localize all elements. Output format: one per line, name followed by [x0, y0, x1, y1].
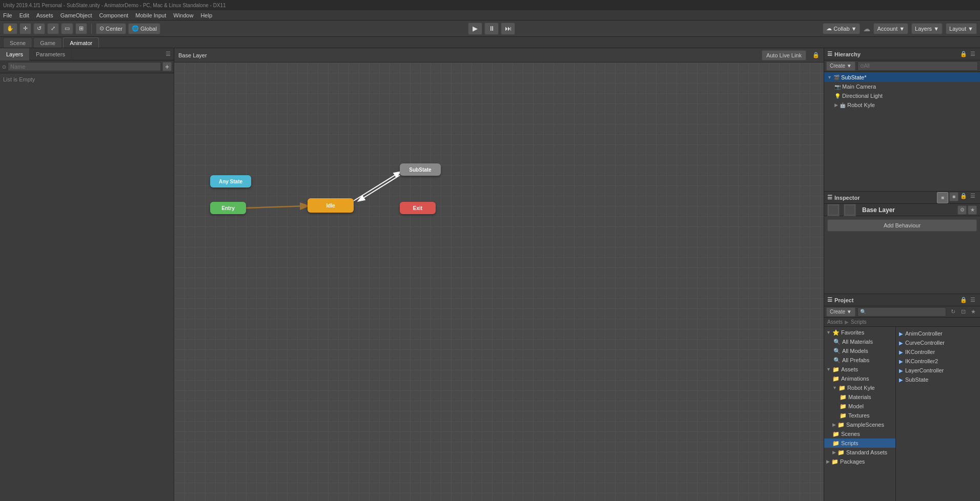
- menu-component[interactable]: Component: [99, 12, 128, 18]
- hierarchy-item-directional-light[interactable]: 💡 Directional Light: [824, 91, 980, 100]
- file-ik-controller[interactable]: ▶ IKController: [898, 347, 978, 357]
- graph-canvas[interactable]: Any State Entry Idle SubState Exit: [174, 62, 824, 501]
- project-menu-btn[interactable]: ☰: [969, 296, 977, 304]
- project-filter-icon[interactable]: ⊡: [958, 307, 968, 317]
- graph-arrows: [174, 62, 824, 501]
- pause-btn[interactable]: ⏸: [484, 23, 499, 35]
- tree-scripts[interactable]: 📁 Scripts: [824, 439, 895, 448]
- settings-icon[interactable]: ☰: [162, 51, 174, 57]
- menu-file[interactable]: File: [3, 12, 12, 18]
- node-substate[interactable]: SubState: [400, 163, 441, 176]
- file-layer-controller[interactable]: ▶ LayerController: [898, 366, 978, 375]
- project-panel-header: ☰ Project 🔒 ☰: [824, 294, 980, 306]
- playback-controls: ▶ ⏸ ⏭: [162, 23, 821, 35]
- tree-all-models[interactable]: 🔍 All Models: [824, 346, 895, 356]
- hierarchy-menu-btn[interactable]: ☰: [969, 50, 977, 58]
- global-btn[interactable]: 🌐 Global: [128, 23, 160, 34]
- hierarchy-search-input[interactable]: [858, 61, 978, 71]
- layers-chevron-icon: ▼: [933, 26, 939, 32]
- robot-icon: 🤖: [840, 102, 846, 108]
- center-btn[interactable]: ⊙ Center: [96, 23, 126, 34]
- inspector-layer-name: Base Layer: [862, 206, 895, 214]
- inspector-preview-btn-1[interactable]: ■: [937, 192, 948, 203]
- svg-line-2: [359, 175, 400, 201]
- layer-preview: [827, 204, 840, 216]
- layers-dropdown[interactable]: Layers ▼: [911, 23, 943, 34]
- hand-tool-btn[interactable]: ✋: [3, 23, 17, 34]
- packages-folder-icon: 📁: [831, 458, 839, 465]
- hierarchy-item-main-camera[interactable]: 📷 Main Camera: [824, 82, 980, 91]
- menu-gameobject[interactable]: GameObject: [60, 12, 92, 18]
- svg-line-0: [246, 206, 308, 208]
- hierarchy-item-substate[interactable]: ▼ 🎬 SubState*: [824, 73, 980, 82]
- transform-tool-btn[interactable]: ⊞: [75, 23, 87, 34]
- node-any-state[interactable]: Any State: [210, 175, 251, 187]
- move-tool-btn[interactable]: ✛: [19, 23, 31, 34]
- layer-preview-inner: [829, 205, 838, 215]
- main-layout: Layers Parameters ☰ ⊙ + List is Empty Ba…: [0, 48, 980, 501]
- project-refresh-icon[interactable]: ↻: [948, 307, 957, 317]
- rect-tool-btn[interactable]: ▭: [61, 23, 73, 34]
- menu-window[interactable]: Window: [173, 12, 193, 18]
- tree-animations[interactable]: 📁 Animations: [824, 374, 895, 383]
- tree-favorites[interactable]: ▼ ⭐ Favorites: [824, 328, 895, 337]
- tab-scene[interactable]: Scene: [3, 37, 32, 48]
- hierarchy-item-robot-kyle[interactable]: ▶ 🤖 Robot Kyle: [824, 100, 980, 110]
- project-create-btn[interactable]: Create ▼: [826, 307, 855, 317]
- project-lock-btn[interactable]: 🔒: [959, 296, 968, 304]
- menu-assets[interactable]: Assets: [36, 12, 53, 18]
- add-behaviour-btn[interactable]: Add Behaviour: [827, 219, 977, 232]
- breadcrumb[interactable]: Base Layer: [178, 52, 207, 58]
- inspector-lock-btn[interactable]: 🔒: [959, 192, 968, 200]
- tab-animator[interactable]: Animator: [63, 37, 99, 48]
- tree-scenes[interactable]: 📁 Scenes: [824, 429, 895, 439]
- tree-packages[interactable]: ▶ 📁 Packages: [824, 457, 895, 466]
- tree-assets[interactable]: ▼ 📁 Assets: [824, 365, 895, 374]
- file-substate[interactable]: ▶ SubState: [898, 375, 978, 384]
- tree-robot-kyle[interactable]: ▼ 📁 Robot Kyle: [824, 383, 895, 392]
- step-btn[interactable]: ⏭: [501, 23, 515, 35]
- node-idle[interactable]: Idle: [308, 198, 354, 213]
- inspector-menu-btn[interactable]: ☰: [969, 192, 977, 200]
- all-materials-icon: 🔍: [833, 339, 841, 345]
- layers-search-input[interactable]: [8, 62, 161, 71]
- parameters-tab[interactable]: Parameters: [30, 48, 72, 60]
- layers-tab[interactable]: Layers: [0, 48, 30, 60]
- layout-dropdown[interactable]: Layout ▼: [946, 23, 977, 34]
- file-anim-controller[interactable]: ▶ AnimController: [898, 329, 978, 338]
- tree-standard-assets[interactable]: ▶ 📁 Standard Assets: [824, 448, 895, 457]
- inspector-star-icon[interactable]: ★: [968, 205, 977, 215]
- menu-help[interactable]: Help: [200, 12, 212, 18]
- toolbar: ✋ ✛ ↺ ⤢ ▭ ⊞ ⊙ Center 🌐 Global ▶ ⏸ ⏭ ☁ Co…: [0, 20, 980, 37]
- node-entry[interactable]: Entry: [210, 202, 246, 214]
- play-btn[interactable]: ▶: [468, 23, 482, 35]
- hierarchy-create-btn[interactable]: Create ▼: [826, 61, 855, 71]
- tab-game[interactable]: Game: [33, 37, 62, 48]
- collab-btn[interactable]: ☁ Collab ▼: [823, 23, 860, 34]
- scale-tool-btn[interactable]: ⤢: [47, 23, 59, 34]
- hierarchy-lock-btn[interactable]: 🔒: [959, 50, 968, 58]
- tree-model[interactable]: 📁 Model: [824, 402, 895, 411]
- tree-textures[interactable]: 📁 Textures: [824, 411, 895, 420]
- rotate-tool-btn[interactable]: ↺: [33, 23, 45, 34]
- path-separator: ▶: [845, 319, 849, 325]
- project-files: ▶ AnimController ▶ CurveController ▶ IKC…: [896, 327, 980, 501]
- tree-sample-scenes[interactable]: ▶ 📁 SampleScenes: [824, 420, 895, 429]
- menu-edit[interactable]: Edit: [19, 12, 29, 18]
- file-curve-controller[interactable]: ▶ CurveController: [898, 338, 978, 347]
- tree-all-prefabs[interactable]: 🔍 All Prefabs: [824, 356, 895, 365]
- account-dropdown[interactable]: Account ▼: [873, 23, 908, 34]
- inspector-settings-icon[interactable]: ⚙: [957, 205, 967, 215]
- tree-materials[interactable]: 📁 Materials: [824, 392, 895, 402]
- project-search-input[interactable]: [858, 307, 946, 317]
- project-star-icon[interactable]: ★: [969, 307, 978, 317]
- inspector-right-icons: ⚙ ★: [957, 205, 977, 215]
- layers-add-btn[interactable]: +: [162, 62, 172, 71]
- tree-all-materials[interactable]: 🔍 All Materials: [824, 337, 895, 346]
- node-exit[interactable]: Exit: [400, 202, 436, 214]
- auto-live-btn[interactable]: Auto Live Link: [762, 50, 806, 60]
- ik-controller-file-icon: ▶: [899, 349, 903, 355]
- menu-mobileinput[interactable]: Mobile Input: [135, 12, 166, 18]
- inspector-preview-btn-2[interactable]: ■: [949, 192, 958, 201]
- file-ik-controller-2[interactable]: ▶ IKController2: [898, 357, 978, 366]
